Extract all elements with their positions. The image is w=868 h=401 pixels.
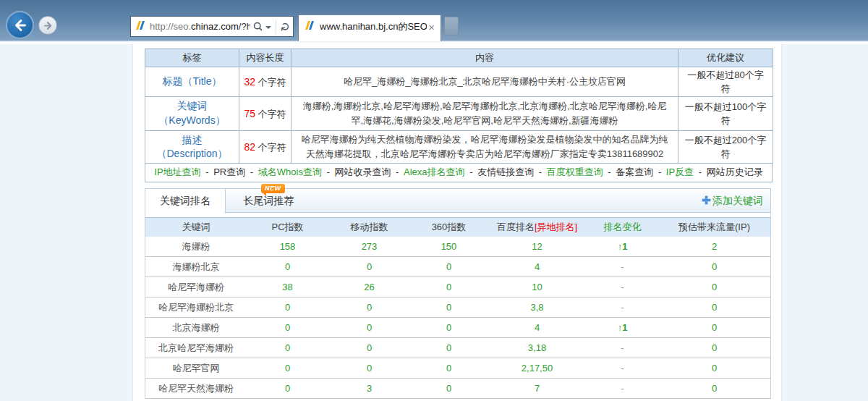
- meta-content-cell: 哈尼罕_海娜粉_海娜粉北京_北京哈尼罕海娜粉中关村·公主坟店官网: [292, 67, 678, 97]
- mobile-index-cell: 273: [328, 237, 410, 257]
- mobile-index-cell: 0: [328, 318, 410, 338]
- pc-index-cell: 38: [247, 277, 328, 297]
- url-text: http://seo.chinaz.com/?host=www.hanihan.…: [150, 21, 250, 32]
- tool-link-separator: -: [203, 166, 212, 177]
- tool-link-separator: -: [393, 166, 401, 177]
- keyword-table-body: 海娜粉15827315012↑12海娜粉北京0004-0哈尼罕海娜粉382601…: [145, 237, 770, 399]
- chinaz-favicon-icon: [135, 20, 146, 34]
- kw-header-360-index: 360指数: [410, 218, 488, 237]
- meta-label-link[interactable]: 描述（Description）: [146, 133, 238, 161]
- keyword-cell: 哈尼罕海娜粉北京: [145, 297, 247, 318]
- pc-index-cell: 0: [247, 379, 328, 399]
- meta-header-advice: 优化建议: [678, 49, 773, 67]
- tool-link[interactable]: 百度权重查询: [547, 166, 603, 177]
- refresh-icon[interactable]: ↻: [281, 21, 290, 33]
- char-unit: 个字符: [255, 109, 286, 119]
- tool-link[interactable]: 备案查询: [616, 166, 653, 177]
- pc-index-cell: 0: [247, 257, 328, 277]
- kw-header-pc-index: PC指数: [247, 218, 328, 237]
- kw-header-baidu-rank: 百度排名[异地排名]: [488, 218, 587, 237]
- tool-link[interactable]: IP反查: [666, 166, 694, 177]
- new-tab-button[interactable]: [444, 17, 459, 35]
- pc-index-cell: 0: [247, 297, 328, 318]
- tab-close-icon[interactable]: ×: [427, 22, 436, 33]
- forward-button[interactable]: [38, 16, 57, 35]
- tool-link[interactable]: IP地址查询: [154, 166, 200, 177]
- keyword-cell: 哈尼罕天然海娜粉: [145, 379, 247, 399]
- meta-label-cell: 关键词（KeyWords）: [145, 97, 239, 131]
- keyword-tabbar: 关键词排名 长尾词推荐 NEW 添加关键词: [145, 189, 770, 213]
- kw-header-keyword: 关键词: [145, 218, 247, 237]
- forward-arrow-icon: [43, 20, 54, 31]
- baidu-rank-cell: 3,8: [488, 297, 587, 318]
- keyword-rank-table: 关键词 PC指数 移动指数 360指数 百度排名[异地排名] 排名变化 预估带来…: [145, 217, 770, 399]
- baidu-rank-cell: 12: [488, 237, 587, 257]
- add-keyword-button[interactable]: 添加关键词: [702, 189, 763, 213]
- char-unit: 个字符: [255, 77, 286, 88]
- keyword-cell: 北京哈尼罕海娜粉: [145, 338, 247, 358]
- keyword-section: 关键词排名 长尾词推荐 NEW 添加关键词 关键词 PC指数 移动指数 360指…: [145, 188, 771, 399]
- traffic-cell: 0: [658, 318, 770, 338]
- pc-index-cell: 0: [247, 338, 328, 358]
- kw-header-traffic: 预估带来流量(IP): [658, 218, 770, 237]
- page-background: 标签 内容长度 内容 优化建议 标题（Title）32 个字符哈尼罕_海娜粉_海…: [0, 42, 868, 401]
- meta-label-link[interactable]: 标题（Title）: [158, 75, 226, 89]
- new-badge: NEW: [261, 184, 285, 193]
- baidu-rank-cell: 10: [488, 277, 587, 297]
- url-path: /?host=www.hanihan.bj: [239, 21, 250, 32]
- address-bar[interactable]: http://seo.chinaz.com/?host=www.hanihan.…: [130, 16, 294, 37]
- search-dropdown-caret-icon[interactable]: [265, 26, 271, 29]
- tool-link[interactable]: 域名Whois查询: [258, 166, 322, 177]
- 360-index-cell: 0: [410, 297, 488, 318]
- mobile-index-cell: 0: [328, 338, 410, 358]
- baidu-rank-cell: 4: [488, 257, 587, 277]
- meta-label-link[interactable]: 关键词（KeyWords）: [146, 99, 238, 127]
- tool-link[interactable]: 网站收录查询: [334, 166, 391, 177]
- meta-content-cell: 哈尼罕海娜粉为纯天然植物海娜粉染发，哈尼罕海娜粉染发是植物染发中的知名品牌为纯天…: [292, 131, 678, 164]
- mobile-index-cell: 26: [328, 277, 410, 297]
- tab-keyword-rank[interactable]: 关键词排名: [145, 189, 226, 214]
- traffic-cell: 0: [658, 358, 770, 379]
- meta-length-cell: 32 个字符: [239, 67, 292, 97]
- baidu-rank-cell: 7: [488, 379, 587, 399]
- seo-meta-table: 标签 内容长度 内容 优化建议 标题（Title）32 个字符哈尼罕_海娜粉_海…: [145, 48, 773, 164]
- back-button[interactable]: [6, 11, 34, 39]
- tool-link[interactable]: Alexa排名查询: [404, 166, 465, 177]
- kw-header-rank-change: 排名变化: [587, 218, 658, 237]
- 360-index-cell: 0: [410, 338, 488, 358]
- kw-header-remote-rank: [异地排名]: [535, 221, 577, 232]
- tool-link-separator: -: [605, 166, 614, 177]
- traffic-cell: 2: [658, 237, 770, 257]
- keyword-table-row: 哈尼罕海娜粉3826010-0: [145, 277, 770, 297]
- tool-link[interactable]: 友情链接查询: [477, 166, 534, 177]
- 360-index-cell: 0: [410, 277, 488, 297]
- meta-header-content: 内容: [292, 49, 678, 67]
- traffic-cell: 0: [658, 379, 770, 399]
- tool-link-separator: -: [536, 166, 545, 177]
- tool-link-separator: -: [247, 166, 256, 177]
- url-prefix: http://seo.: [150, 21, 191, 32]
- tool-link-separator: -: [696, 166, 705, 177]
- keyword-table-row: 海娜粉15827315012↑12: [145, 237, 770, 257]
- keyword-cell: 哈尼罕海娜粉: [145, 277, 247, 297]
- kw-header-mobile-index: 移动指数: [328, 218, 410, 237]
- char-count: 32: [244, 76, 255, 88]
- meta-advice-cell: 一般不超过100个字符: [678, 97, 773, 131]
- mobile-index-cell: 0: [328, 297, 410, 318]
- meta-length-cell: 82 个字符: [239, 131, 292, 164]
- meta-header-length: 内容长度: [239, 49, 292, 67]
- add-keyword-label: 添加关键词: [712, 195, 763, 206]
- 360-index-cell: 150: [410, 237, 488, 257]
- pc-index-cell: 158: [247, 237, 328, 257]
- keyword-cell: 海娜粉北京: [145, 257, 247, 277]
- tool-link[interactable]: PR查询: [213, 166, 245, 177]
- search-icon[interactable]: [252, 21, 263, 32]
- keyword-table-row: 北京海娜粉0004↑10: [145, 318, 770, 338]
- browser-chrome: http://seo.chinaz.com/?host=www.hanihan.…: [0, 0, 868, 41]
- baidu-rank-cell: 4: [488, 318, 587, 338]
- char-count: 75: [244, 108, 255, 119]
- browser-tab[interactable]: www.hanihan.bj.cn的SEO... ×: [298, 14, 441, 41]
- pc-index-cell: 0: [247, 358, 328, 379]
- tool-link[interactable]: 网站历史记录: [707, 166, 763, 177]
- rank-change-cell: -: [587, 379, 658, 399]
